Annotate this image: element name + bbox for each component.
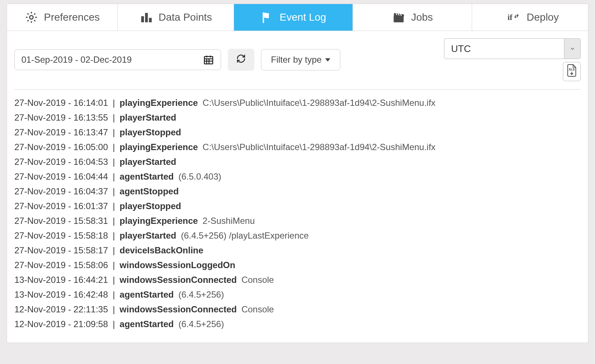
log-detail: 2-SushiMenu [203, 216, 255, 226]
log-detail: C:\Users\Public\Intuiface\1-298893af-1d9… [203, 142, 436, 152]
date-range-picker[interactable]: 01-Sep-2019 - 02-Dec-2019 [14, 49, 221, 70]
log-event: windowsSessionConnected [120, 275, 237, 285]
log-separator: | [110, 275, 118, 285]
log-row: 27-Nov-2019 - 15:58:17 | deviceIsBackOnl… [14, 243, 581, 258]
tab-preferences[interactable]: Preferences [7, 4, 118, 31]
log-timestamp: 27-Nov-2019 - 15:58:06 [14, 260, 108, 270]
filter-type-button[interactable]: Filter by type [261, 49, 340, 70]
log-detail: (6.4.5+256) /playLastExperience [181, 230, 309, 240]
log-timestamp: 27-Nov-2019 - 15:58:31 [14, 216, 108, 226]
log-event: playerStopped [120, 201, 181, 211]
log-separator: | [110, 98, 118, 108]
tab-label: Data Points [159, 11, 212, 23]
log-event: agentStarted [120, 171, 174, 181]
log-detail: (6.4.5+256) [178, 290, 224, 299]
log-timestamp: 27-Nov-2019 - 16:04:53 [14, 157, 108, 167]
log-row: 27-Nov-2019 - 16:04:44 | agentStarted (6… [14, 169, 581, 184]
tab-deploy[interactable]: ifDeploy [472, 4, 588, 31]
filter-type-label: Filter by type [271, 55, 321, 65]
log-separator: | [110, 112, 118, 122]
clapper-icon [392, 11, 405, 24]
log-row: 27-Nov-2019 - 16:13:55 | playerStarted [14, 110, 581, 125]
log-row: 27-Nov-2019 - 15:58:31 | playingExperien… [14, 214, 581, 228]
log-separator: | [110, 260, 118, 270]
log-detail: (6.5.0.403) [178, 171, 221, 181]
svg-point-0 [30, 15, 33, 19]
timezone-select[interactable]: UTC [444, 38, 581, 59]
log-separator: | [110, 142, 118, 152]
refresh-button[interactable] [228, 49, 254, 71]
log-row: 27-Nov-2019 - 15:58:06 | windowsSessionL… [14, 258, 581, 273]
log-separator: | [110, 216, 118, 226]
svg-rect-2 [145, 13, 148, 22]
log-event: playerStarted [120, 112, 176, 122]
log-row: 13-Nov-2019 - 16:42:48 | agentStarted (6… [14, 287, 581, 302]
tab-event-log[interactable]: Event Log [234, 4, 353, 31]
log-timestamp: 27-Nov-2019 - 16:13:55 [14, 112, 108, 122]
log-row: 27-Nov-2019 - 16:04:53 | playerStarted [14, 155, 581, 169]
log-row: 27-Nov-2019 - 16:04:37 | agentStopped [14, 184, 581, 199]
log-timestamp: 27-Nov-2019 - 15:58:17 [14, 245, 108, 255]
tab-data-points[interactable]: Data Points [118, 4, 234, 31]
xls-icon: XLS [566, 64, 577, 79]
log-row: 12-Nov-2019 - 22:11:35 | windowsSessionC… [14, 302, 581, 317]
log-timestamp: 27-Nov-2019 - 16:04:44 [14, 171, 108, 181]
log-event: windowsSessionLoggedOn [120, 260, 235, 270]
log-row: 27-Nov-2019 - 16:05:00 | playingExperien… [14, 140, 581, 155]
export-xls-button[interactable]: XLS [563, 62, 581, 81]
svg-text:if: if [508, 13, 513, 22]
log-row: 12-Nov-2019 - 21:09:58 | agentStarted (6… [14, 317, 581, 332]
log-timestamp: 13-Nov-2019 - 16:42:48 [14, 290, 108, 299]
tabs: PreferencesData PointsEvent LogJobsifDep… [7, 4, 588, 31]
chevron-down-icon [564, 39, 580, 59]
log-event: windowsSessionConnected [120, 304, 237, 314]
log-event: agentStarted [120, 290, 174, 299]
log-separator: | [110, 201, 118, 211]
log-timestamp: 27-Nov-2019 - 16:05:00 [14, 142, 108, 152]
log-row: 27-Nov-2019 - 16:01:37 | playerStopped [14, 199, 581, 214]
event-log-list: 27-Nov-2019 - 16:14:01 | playingExperien… [14, 96, 581, 332]
date-range-text: 01-Sep-2019 - 02-Dec-2019 [21, 55, 132, 65]
log-timestamp: 27-Nov-2019 - 16:13:47 [14, 127, 108, 137]
log-timestamp: 27-Nov-2019 - 15:58:18 [14, 230, 108, 240]
log-timestamp: 13-Nov-2019 - 16:44:21 [14, 275, 108, 285]
log-separator: | [110, 157, 118, 167]
log-event: playingExperience [120, 142, 198, 152]
log-event: playerStopped [120, 127, 181, 137]
flag-icon [261, 11, 274, 24]
log-separator: | [110, 304, 118, 314]
log-row: 27-Nov-2019 - 16:13:47 | playerStopped [14, 125, 581, 140]
log-timestamp: 27-Nov-2019 - 16:04:37 [14, 186, 108, 196]
tab-label: Deploy [527, 11, 559, 23]
bars-icon [140, 11, 153, 24]
log-detail: (6.4.5+256) [178, 319, 224, 329]
event-log-panel: 01-Sep-2019 - 02-Dec-2019 [7, 31, 588, 343]
log-separator: | [110, 230, 118, 240]
log-detail: C:\Users\Public\Intuiface\1-298893af-1d9… [203, 98, 436, 108]
tab-label: Jobs [411, 11, 433, 23]
timezone-value: UTC [444, 43, 564, 55]
log-event: agentStarted [120, 319, 174, 329]
log-separator: | [110, 319, 118, 329]
caret-down-icon [325, 58, 330, 62]
svg-rect-1 [141, 16, 144, 22]
log-detail: Console [241, 275, 274, 285]
log-timestamp: 27-Nov-2019 - 16:14:01 [14, 98, 108, 108]
log-separator: | [110, 171, 118, 181]
log-row: 27-Nov-2019 - 15:58:18 | playerStarted (… [14, 228, 581, 243]
divider [14, 89, 581, 90]
log-detail: Console [241, 304, 274, 314]
svg-text:XLS: XLS [569, 67, 575, 71]
tab-label: Preferences [44, 11, 100, 23]
log-event: playerStarted [120, 157, 176, 167]
toolbar: 01-Sep-2019 - 02-Dec-2019 [14, 38, 581, 81]
log-event: deviceIsBackOnline [120, 245, 203, 255]
log-separator: | [110, 127, 118, 137]
tab-label: Event Log [280, 11, 326, 23]
log-timestamp: 12-Nov-2019 - 22:11:35 [14, 304, 108, 314]
log-event: playingExperience [120, 216, 198, 226]
calendar-icon [203, 54, 214, 65]
if-icon: if [508, 11, 521, 24]
svg-rect-3 [149, 18, 152, 22]
tab-jobs[interactable]: Jobs [353, 4, 472, 31]
